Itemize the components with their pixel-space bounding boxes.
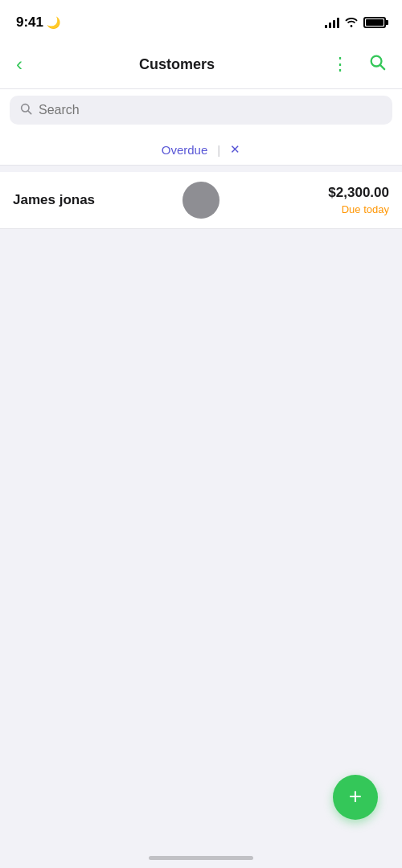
time-label: 9:41	[16, 14, 43, 31]
wifi-icon	[344, 16, 359, 30]
avatar	[183, 182, 219, 219]
status-bar: 9:41 🌙	[0, 0, 402, 40]
home-indicator	[149, 856, 253, 860]
search-button[interactable]	[365, 50, 389, 79]
plus-icon: +	[349, 785, 362, 808]
customer-amount: $2,300.00	[328, 185, 389, 201]
more-button[interactable]: ⋮	[328, 51, 352, 78]
svg-line-1	[380, 65, 384, 69]
customer-name: James jonas	[13, 192, 95, 208]
table-row[interactable]: James jonas $2,300.00 Due today	[0, 172, 402, 229]
nav-actions: ⋮	[328, 50, 389, 79]
search-icon	[19, 102, 32, 118]
section-separator	[0, 166, 402, 172]
filter-label: Overdue	[162, 143, 208, 157]
add-customer-button[interactable]: +	[333, 775, 378, 820]
nav-header: ‹ Customers ⋮	[0, 40, 402, 89]
moon-icon: 🌙	[47, 16, 60, 29]
page-title: Customers	[139, 56, 215, 73]
search-container	[0, 89, 402, 134]
customer-amount-section: $2,300.00 Due today	[328, 185, 389, 215]
back-button[interactable]: ‹	[13, 50, 26, 79]
filter-divider: |	[217, 143, 220, 157]
status-icons	[325, 16, 386, 30]
svg-line-3	[28, 111, 31, 114]
due-status-badge: Due today	[328, 203, 389, 215]
search-bar[interactable]	[10, 96, 392, 125]
signal-icon	[325, 17, 339, 28]
filter-close-button[interactable]: ✕	[230, 142, 240, 157]
battery-icon	[363, 17, 386, 28]
filter-bar: Overdue | ✕	[0, 134, 402, 166]
status-time: 9:41 🌙	[16, 14, 60, 31]
customer-list: James jonas $2,300.00 Due today	[0, 172, 402, 229]
search-input[interactable]	[39, 103, 383, 117]
